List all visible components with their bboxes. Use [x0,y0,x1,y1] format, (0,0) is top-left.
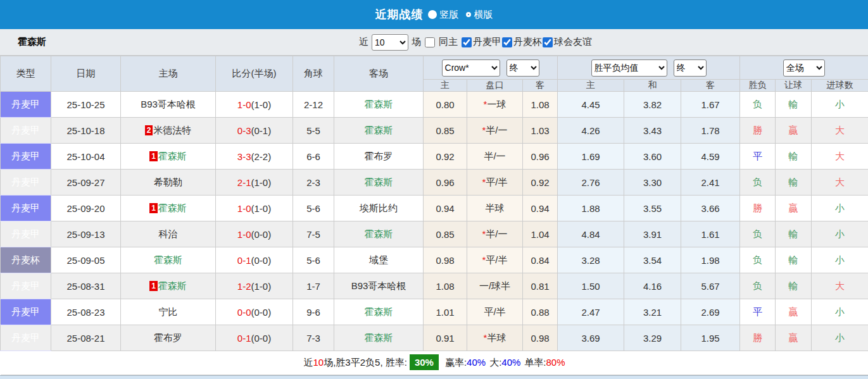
home-team: 希勒勒 [121,170,216,196]
handicap-line: *平/半 [467,170,523,196]
handicap-rate-label: 赢率: [445,357,467,368]
league-type: 丹麦甲 [1,299,51,325]
league-checkbox-丹麦甲[interactable] [462,37,472,47]
away-team-name: 霍森斯 [365,125,393,135]
horizontal-layout-radio[interactable] [466,12,471,17]
result-wdl: 勝 [740,118,776,144]
home-team: 2米德法特 [121,118,216,144]
avg-select-group: 胜平负均值 终 [558,56,740,80]
horizontal-layout-label[interactable]: 横版 [474,9,493,21]
away-team-name: 霍森斯 [365,177,393,187]
result-goals: 小 [812,92,868,118]
odds-select-group: Crow* 终 [424,56,558,80]
result-handicap: 輸 [776,273,812,299]
odds-time-select[interactable]: 终 [506,59,539,77]
vertical-layout-radio[interactable] [428,10,437,19]
subheader-avg-away: 客 [681,80,740,92]
filter-bar: 霍森斯 近 10 场 同主 丹麦甲丹麦杯球会友谊 [0,29,868,56]
league-checkbox-球会友谊[interactable] [543,37,553,47]
home-team-name: 宁比 [159,306,178,317]
result-wdl: 负 [740,221,776,247]
odds-home: 0.96 [424,170,467,196]
avg-home: 4.45 [558,92,624,118]
subheader-odds-home: 主 [424,80,467,92]
avg-away: 1.61 [681,221,740,247]
score: 1-0(1-0) [216,92,293,118]
summary-row: 近10场,胜3平2负5, 胜率:30%赢率:40%大:40%单率:80% [1,351,868,375]
col-header-home: 主场 [121,56,216,92]
result-handicap: 贏 [776,325,812,351]
avg-type-select[interactable]: 胜平负均值 [591,59,667,77]
league-checkbox-丹麦杯[interactable] [502,37,512,47]
score: 3-3(2-2) [216,144,293,170]
handicap-line: *半球 [467,325,523,351]
avg-away: 2.41 [681,170,740,196]
halftime-score: (2-2) [251,151,272,162]
away-team-name: 域堡 [369,254,388,265]
odds-company-select[interactable]: Crow* [442,59,500,77]
avg-home: 2.76 [558,170,624,196]
avg-away: 4.59 [681,144,740,170]
fulltime-score: 0-0 [237,307,251,318]
scope-select[interactable]: 全场 [783,59,825,77]
odds-home: 0.85 [424,221,467,247]
fulltime-score: 1-0 [237,229,251,240]
single-rate-value: 80% [546,357,565,368]
result-handicap: 贏 [776,118,812,144]
avg-draw: 3.82 [624,92,681,118]
odds-home: 0.98 [424,247,467,273]
corners: 5-6 [293,196,334,221]
subheader-avg-home: 主 [558,80,624,92]
avg-draw: 3.30 [624,170,681,196]
avg-draw: 3.55 [624,196,681,221]
fulltime-score: 0-3 [237,125,251,136]
avg-home: 1.88 [558,196,624,221]
result-goals: 大 [812,273,868,299]
halftime-score: (1-0) [251,177,272,188]
avg-home: 1.50 [558,273,624,299]
result-goals: 大 [812,144,868,170]
avg-draw: 3.60 [624,144,681,170]
home-team: 1霍森斯 [121,273,216,299]
home-team-name: 霍森斯 [158,151,187,161]
avg-home: 2.47 [558,299,624,325]
result-wdl: 负 [740,92,776,118]
col-header-away: 客场 [334,56,424,92]
handicap-line: *半/一 [467,221,523,247]
avg-draw: 3.54 [624,247,681,273]
corners: 1-7 [293,273,334,299]
score: 1-0(1-0) [216,196,293,221]
red-card-badge: 2 [145,125,153,135]
home-team: 宁比 [121,299,216,325]
match-row: 丹麦甲25-10-182米德法特0-3(0-1)5-5霍森斯0.85*半/一1.… [1,118,868,144]
result-goals: 大 [812,118,868,144]
match-date: 25-08-31 [51,273,121,299]
avg-draw: 3.43 [624,118,681,144]
match-row: 丹麦甲25-10-041霍森斯3-3(2-2)6-6霍布罗0.92半/一0.96… [1,144,868,170]
result-handicap: 輸 [776,170,812,196]
home-team: 1霍森斯 [121,144,216,170]
same-home-checkbox[interactable] [425,37,435,47]
home-team-name: B93哥本哈根 [141,99,196,109]
vertical-layout-label[interactable]: 竖版 [440,9,459,21]
corners: 6-6 [293,144,334,170]
home-team: B93哥本哈根 [121,92,216,118]
odds-home: 0.91 [424,325,467,351]
result-wdl: 勝 [740,325,776,351]
odds-home: 0.92 [424,144,467,170]
league-type: 丹麦甲 [1,170,51,196]
fulltime-score: 1-0 [237,99,251,110]
halftime-score: (0-0) [251,229,272,240]
away-team: 霍森斯 [334,221,424,247]
recent-count-select[interactable]: 10 [372,34,408,51]
corners: 5-6 [293,247,334,273]
odds-away: 0.98 [523,325,558,351]
red-card-badge: 1 [149,151,158,161]
odds-away: 1.08 [523,92,558,118]
league-filter: 丹麦甲 [461,36,501,48]
result-wdl: 负 [740,170,776,196]
avg-time-select[interactable]: 终 [674,59,707,77]
matches-label: 场 [412,36,421,48]
fulltime-score: 1-2 [237,281,251,292]
recent-results-table: 类型 日期 主场 比分(半场) 角球 客场 Crow* 终 胜 [0,56,868,375]
